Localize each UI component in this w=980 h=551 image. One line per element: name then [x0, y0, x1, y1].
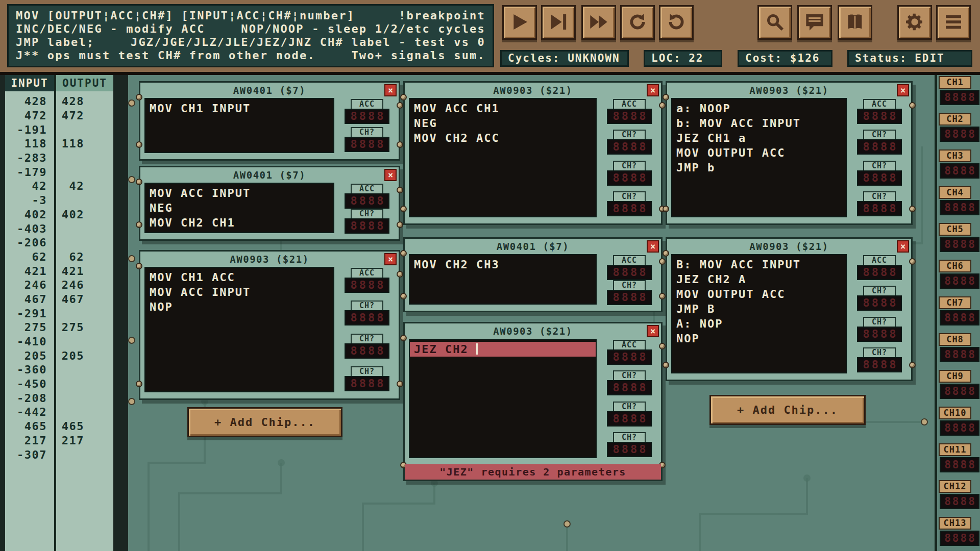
channel-tab[interactable]: CH2 [939, 113, 971, 126]
chip-code-editor[interactable]: MOV ACC CH1NEGMOV CH2 ACC [409, 98, 597, 217]
register-display: 8888 [345, 376, 389, 391]
manual-button[interactable] [838, 5, 872, 40]
chip-close-button[interactable]: × [384, 253, 397, 265]
chip-card[interactable]: AW0401 ($7)×MOV ACC INPUTNEGMOV CH2 CH1A… [139, 166, 400, 241]
input-value: 62 [5, 251, 47, 263]
input-value: -450 [5, 378, 47, 390]
help-text: MOV [OUTPUT¦ACC¦CH#] [INPUT¦ACC¦CH#¦numb… [16, 9, 355, 22]
register-ch: CH?8888 [853, 347, 906, 372]
code-line: MOV ACC CH1 [414, 101, 592, 116]
chip-close-button[interactable]: × [647, 84, 659, 96]
chip-title: AW0401 ($7) [233, 169, 306, 181]
register-acc: ACC8888 [853, 255, 906, 280]
chip-code-editor[interactable]: JEZ CH2 [409, 339, 597, 458]
screw-icon [397, 271, 403, 278]
screw-icon [400, 206, 407, 212]
chip-card[interactable]: AW0903 ($21)×MOV CH1 ACCMOV ACC INPUTNOP… [139, 250, 400, 400]
chip-close-button[interactable]: × [384, 84, 397, 96]
channel-tab[interactable]: CH6 [939, 260, 971, 272]
channel-ch13: CH138888 [937, 517, 980, 546]
feedback-button[interactable] [797, 5, 832, 40]
chip-close-button[interactable]: × [897, 240, 909, 253]
channel-tab[interactable]: CH11 [939, 443, 971, 456]
io-row: -403 [5, 221, 113, 236]
chip-code-editor[interactable]: a: NOOPb: MOV ACC INPUTJEZ CH1 aMOV OUTP… [671, 98, 847, 217]
chip-code-editor[interactable]: MOV CH2 CH3 [409, 254, 597, 305]
input-value: -208 [5, 392, 47, 405]
register-display: 8888 [345, 109, 389, 124]
input-value: 428 [5, 95, 47, 108]
chip-card[interactable]: AW0903 ($21)×B: MOV ACC INPUTJEZ CH2 AMO… [666, 237, 913, 381]
channel-tab[interactable]: CH10 [939, 407, 971, 419]
fast-forward-button[interactable] [581, 5, 616, 40]
input-value: 118 [5, 137, 47, 150]
channel-tab[interactable]: CH9 [939, 370, 971, 383]
channel-tab[interactable]: CH1 [939, 76, 971, 89]
play-icon [509, 12, 530, 34]
register-label: ACC [613, 255, 646, 266]
input-value: 467 [5, 293, 47, 306]
channel-tab[interactable]: CH13 [939, 517, 971, 530]
register-display: 8888 [607, 411, 652, 427]
chip-close-button[interactable]: × [647, 325, 659, 337]
register-acc: ACC8888 [340, 268, 394, 293]
code-line: MOV OUTPUT ACC [676, 287, 842, 302]
register-display: 8888 [607, 265, 652, 280]
add-chip-button[interactable]: + Add Chip... [187, 407, 342, 437]
channel-tab[interactable]: CH3 [939, 149, 971, 162]
chip-close-button[interactable]: × [897, 84, 909, 96]
code-line: MOV CH2 CH1 [150, 215, 329, 230]
help-line: J** ops must test CH# from other node.Tw… [16, 49, 485, 62]
chip-card[interactable]: AW0401 ($7)×MOV CH1 INPUTACC8888CH?8888 [139, 81, 400, 161]
search-button[interactable] [757, 5, 792, 40]
chip-card[interactable]: AW0903 ($21)×JEZ CH2 ACC8888CH?8888CH?88… [403, 322, 663, 481]
chip-close-button[interactable]: × [384, 169, 397, 181]
channel-tab[interactable]: CH12 [939, 480, 971, 493]
screw-icon [400, 94, 407, 101]
io-row: 472472 [5, 109, 113, 123]
register-acc: ACC8888 [340, 99, 394, 124]
chip-card[interactable]: AW0903 ($21)×MOV ACC CH1NEGMOV CH2 ACCAC… [403, 81, 663, 225]
chip-registers: ACC8888CH?8888CH?8888CH?8888 [853, 99, 906, 216]
undo-button[interactable] [620, 5, 655, 40]
register-ch: CH?8888 [603, 280, 656, 305]
channel-tab[interactable]: CH5 [939, 223, 971, 236]
add-chip-button[interactable]: + Add Chip... [709, 395, 866, 425]
chip-code-editor[interactable]: MOV CH1 INPUT [144, 98, 334, 153]
io-rows: 428428472472-191118118-283-1794242-34024… [5, 94, 113, 462]
chip-card[interactable]: AW0401 ($7)×MOV CH2 CH3ACC8888CH?8888 [403, 237, 663, 312]
help-line: MOV [OUTPUT¦ACC¦CH#] [INPUT¦ACC¦CH#¦numb… [16, 9, 485, 22]
step-forward-button[interactable] [541, 5, 576, 40]
chip-close-button[interactable]: × [647, 240, 659, 253]
settings-button[interactable] [897, 5, 932, 40]
error-message: "JEZ" requires 2 parameters [405, 464, 661, 480]
screw-icon [397, 381, 403, 387]
help-text: INC/DEC/NEG - modify ACC [16, 22, 205, 36]
chip-card[interactable]: AW0903 ($21)×a: NOOPb: MOV ACC INPUTJEZ … [666, 81, 913, 225]
chip-code-editor[interactable]: MOV ACC INPUTNEGMOV CH2 CH1 [144, 183, 334, 233]
register-label: ACC [351, 184, 383, 194]
play-button[interactable] [502, 5, 537, 40]
output-column-header: OUTPUT [56, 75, 113, 91]
channel-tab[interactable]: CH4 [939, 186, 971, 199]
register-display: 8888 [607, 109, 652, 124]
code-line: A: NOP [676, 316, 842, 331]
chip-code-editor[interactable]: B: MOV ACC INPUTJEZ CH2 AMOV OUTPUT ACCJ… [671, 254, 847, 373]
channel-display: 8888 [940, 384, 979, 399]
input-value: 217 [5, 434, 47, 447]
channel-tab[interactable]: CH7 [939, 296, 971, 309]
channel-tab[interactable]: CH8 [939, 333, 971, 346]
chip-header: AW0903 ($21)× [405, 83, 661, 98]
chip-code-editor[interactable]: MOV CH1 ACCMOV ACC INPUTNOP [144, 267, 334, 392]
menu-button[interactable] [936, 5, 971, 40]
register-display: 8888 [857, 170, 902, 186]
redo-button[interactable] [659, 5, 694, 40]
register-ch: CH?8888 [603, 161, 656, 186]
output-value: 467 [47, 293, 84, 306]
output-value: 275 [47, 321, 84, 334]
output-value: 246 [47, 279, 84, 291]
screw-icon [136, 381, 142, 387]
register-label: ACC [863, 99, 896, 110]
register-ch: CH?8888 [853, 130, 906, 155]
chip-header: AW0903 ($21)× [140, 252, 399, 267]
